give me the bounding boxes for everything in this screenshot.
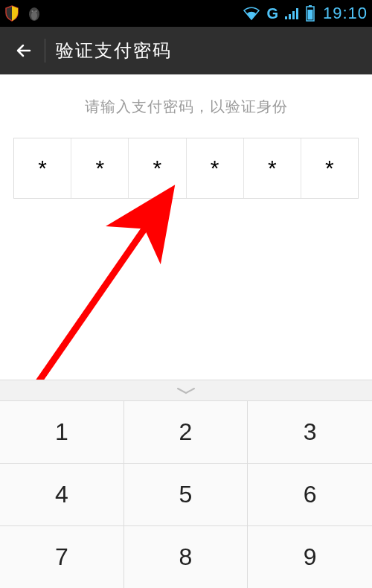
app-header: 验证支付密码 — [0, 27, 372, 74]
penguin-icon — [27, 5, 42, 22]
wifi-icon — [243, 6, 260, 21]
status-left — [4, 5, 243, 22]
key-6[interactable]: 6 — [248, 463, 372, 525]
svg-line-11 — [30, 196, 167, 394]
android-status-bar: G 19:10 — [0, 0, 372, 27]
pin-cell-1: * — [14, 138, 71, 198]
network-type-label: G — [266, 5, 278, 22]
status-right: G 19:10 — [243, 4, 368, 23]
keypad-collapse-bar[interactable] — [0, 380, 372, 400]
pin-cell-3: * — [129, 138, 186, 198]
pin-cell-2: * — [71, 138, 129, 198]
page-title: 验证支付密码 — [56, 39, 172, 63]
svg-point-3 — [36, 10, 37, 12]
key-5[interactable]: 5 — [124, 463, 248, 525]
svg-rect-10 — [307, 10, 312, 20]
arrow-left-icon — [15, 41, 34, 60]
key-8[interactable]: 8 — [124, 525, 248, 588]
pin-input[interactable]: * * * * * * — [13, 138, 359, 199]
pin-cell-6: * — [301, 138, 358, 198]
battery-icon — [305, 5, 315, 22]
svg-rect-6 — [292, 11, 295, 19]
key-1[interactable]: 1 — [0, 400, 124, 463]
keypad-area: 1 2 3 4 5 6 7 8 9 — [0, 380, 372, 588]
svg-point-1 — [31, 11, 37, 20]
back-button[interactable] — [9, 35, 40, 66]
prompt-text: 请输入支付密码，以验证身份 — [13, 97, 359, 117]
key-4[interactable]: 4 — [0, 463, 124, 525]
pin-cell-5: * — [244, 138, 301, 198]
numeric-keypad: 1 2 3 4 5 6 7 8 9 — [0, 400, 372, 588]
svg-point-2 — [32, 10, 33, 12]
annotation-arrow — [0, 74, 372, 409]
signal-icon — [284, 7, 301, 20]
svg-rect-4 — [285, 16, 287, 19]
chevron-down-icon — [175, 386, 197, 395]
key-2[interactable]: 2 — [124, 400, 248, 463]
svg-rect-5 — [289, 14, 291, 19]
svg-rect-7 — [296, 8, 298, 19]
key-9[interactable]: 9 — [248, 525, 372, 588]
header-divider — [45, 39, 45, 63]
clock-label: 19:10 — [323, 4, 368, 23]
key-3[interactable]: 3 — [248, 400, 372, 463]
key-7[interactable]: 7 — [0, 525, 124, 588]
content-area: 请输入支付密码，以验证身份 * * * * * * — [0, 74, 372, 199]
pin-cell-4: * — [187, 138, 244, 198]
shield-icon — [4, 5, 19, 22]
